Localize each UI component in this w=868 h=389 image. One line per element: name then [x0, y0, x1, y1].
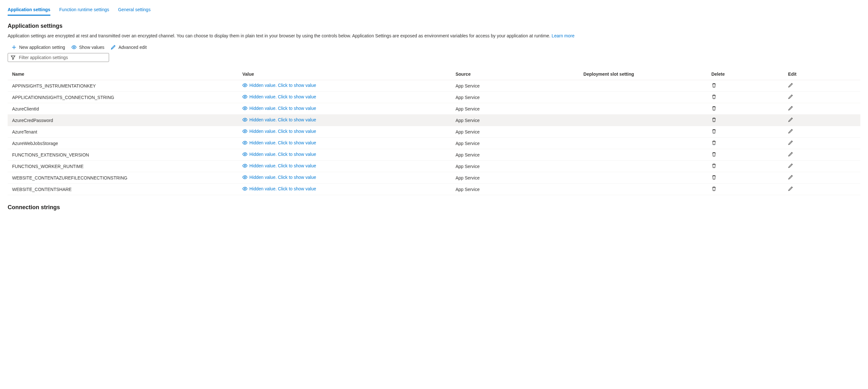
new-application-setting-label: New application setting: [19, 45, 65, 50]
setting-name[interactable]: WEBSITE_CONTENTAZUREFILECONNECTIONSTRING: [8, 172, 238, 184]
hidden-value-link[interactable]: Hidden value. Click to show value: [242, 175, 316, 180]
table-row: APPINSIGHTS_INSTRUMENTATIONKEYHidden val…: [8, 80, 860, 92]
deployment-slot-cell: [579, 172, 707, 184]
deployment-slot-cell: [579, 184, 707, 195]
toolbar: New application setting Show values Adva…: [11, 45, 860, 50]
hidden-value-link[interactable]: Hidden value. Click to show value: [242, 152, 316, 157]
tab-general-settings[interactable]: General settings: [118, 4, 151, 16]
header-deployment-slot[interactable]: Deployment slot setting: [579, 68, 707, 80]
eye-icon: [242, 94, 247, 99]
pencil-icon: [788, 186, 793, 191]
delete-button[interactable]: [711, 129, 716, 134]
hidden-value-link[interactable]: Hidden value. Click to show value: [242, 140, 316, 145]
new-application-setting-button[interactable]: New application setting: [11, 45, 65, 50]
setting-source: App Service: [451, 172, 579, 184]
setting-source: App Service: [451, 80, 579, 92]
hidden-value-label: Hidden value. Click to show value: [249, 129, 316, 134]
hidden-value-link[interactable]: Hidden value. Click to show value: [242, 117, 316, 122]
advanced-edit-button[interactable]: Advanced edit: [111, 45, 147, 50]
pencil-icon: [788, 106, 793, 111]
connection-strings-title: Connection strings: [8, 204, 860, 211]
edit-button[interactable]: [788, 175, 793, 180]
setting-name[interactable]: APPINSIGHTS_INSTRUMENTATIONKEY: [8, 80, 238, 92]
edit-button[interactable]: [788, 140, 793, 145]
hidden-value-label: Hidden value. Click to show value: [249, 106, 316, 111]
delete-button[interactable]: [711, 186, 716, 191]
setting-name[interactable]: AzureWebJobsStorage: [8, 138, 238, 149]
edit-button[interactable]: [788, 94, 793, 99]
pencil-icon: [788, 175, 793, 180]
setting-source: App Service: [451, 115, 579, 126]
table-row: AzureClientIdHidden value. Click to show…: [8, 103, 860, 115]
pencil-icon: [788, 117, 793, 122]
trash-icon: [711, 129, 716, 134]
hidden-value-link[interactable]: Hidden value. Click to show value: [242, 106, 316, 111]
filter-input[interactable]: [18, 55, 106, 60]
edit-button[interactable]: [788, 117, 793, 122]
setting-name[interactable]: AzureTenant: [8, 126, 238, 138]
deployment-slot-cell: [579, 103, 707, 115]
setting-name[interactable]: AzureClientId: [8, 103, 238, 115]
tab-application-settings[interactable]: Application settings: [8, 4, 51, 16]
edit-button[interactable]: [788, 152, 793, 157]
filter-icon: [10, 55, 16, 60]
delete-button[interactable]: [711, 94, 716, 99]
delete-button[interactable]: [711, 163, 716, 168]
hidden-value-label: Hidden value. Click to show value: [249, 163, 316, 168]
table-row: FUNCTIONS_WORKER_RUNTIMEHidden value. Cl…: [8, 161, 860, 172]
setting-name[interactable]: FUNCTIONS_WORKER_RUNTIME: [8, 161, 238, 172]
delete-button[interactable]: [711, 152, 716, 157]
delete-button[interactable]: [711, 106, 716, 111]
deployment-slot-cell: [579, 115, 707, 126]
hidden-value-link[interactable]: Hidden value. Click to show value: [242, 186, 316, 191]
hidden-value-link[interactable]: Hidden value. Click to show value: [242, 83, 316, 88]
tab-function-runtime-settings[interactable]: Function runtime settings: [59, 4, 109, 16]
trash-icon: [711, 94, 716, 99]
eye-icon: [242, 163, 247, 168]
delete-button[interactable]: [711, 175, 716, 180]
edit-button[interactable]: [788, 83, 793, 88]
show-values-label: Show values: [79, 45, 104, 50]
pencil-icon: [788, 129, 793, 134]
eye-icon: [242, 129, 247, 134]
setting-name[interactable]: FUNCTIONS_EXTENSION_VERSION: [8, 149, 238, 161]
setting-name[interactable]: APPLICATIONINSIGHTS_CONNECTION_STRING: [8, 92, 238, 103]
delete-button[interactable]: [711, 140, 716, 145]
deployment-slot-cell: [579, 161, 707, 172]
deployment-slot-cell: [579, 92, 707, 103]
deployment-slot-cell: [579, 80, 707, 92]
hidden-value-link[interactable]: Hidden value. Click to show value: [242, 129, 316, 134]
delete-button[interactable]: [711, 117, 716, 122]
hidden-value-link[interactable]: Hidden value. Click to show value: [242, 163, 316, 168]
show-values-button[interactable]: Show values: [71, 45, 104, 50]
setting-source: App Service: [451, 103, 579, 115]
pencil-icon: [111, 45, 116, 50]
table-row: APPLICATIONINSIGHTS_CONNECTION_STRINGHid…: [8, 92, 860, 103]
header-name[interactable]: Name: [8, 68, 238, 80]
section-title: Application settings: [8, 23, 860, 29]
setting-name[interactable]: WEBSITE_CONTENTSHARE: [8, 184, 238, 195]
edit-button[interactable]: [788, 163, 793, 168]
learn-more-link[interactable]: Learn more: [552, 33, 575, 38]
trash-icon: [711, 175, 716, 180]
setting-source: App Service: [451, 138, 579, 149]
edit-button[interactable]: [788, 106, 793, 111]
hidden-value-label: Hidden value. Click to show value: [249, 186, 316, 191]
table-row: WEBSITE_CONTENTAZUREFILECONNECTIONSTRING…: [8, 172, 860, 184]
eye-icon: [242, 186, 247, 191]
section-description-text: Application settings are encrypted at re…: [8, 33, 552, 38]
advanced-edit-label: Advanced edit: [118, 45, 147, 50]
delete-button[interactable]: [711, 83, 716, 88]
setting-source: App Service: [451, 149, 579, 161]
edit-button[interactable]: [788, 129, 793, 134]
edit-button[interactable]: [788, 186, 793, 191]
setting-name[interactable]: AzureCredPassword: [8, 115, 238, 126]
eye-icon: [242, 140, 247, 145]
header-source[interactable]: Source: [451, 68, 579, 80]
filter-box[interactable]: [8, 53, 109, 62]
section-description: Application settings are encrypted at re…: [8, 33, 860, 39]
table-row: AzureCredPasswordHidden value. Click to …: [8, 115, 860, 126]
pencil-icon: [788, 140, 793, 145]
header-value[interactable]: Value: [238, 68, 451, 80]
hidden-value-link[interactable]: Hidden value. Click to show value: [242, 94, 316, 99]
